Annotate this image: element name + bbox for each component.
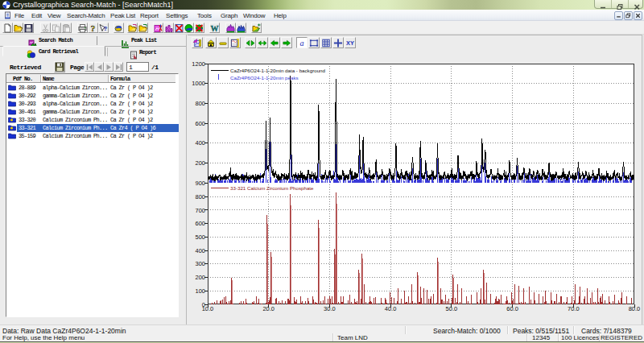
svg-text:600: 600	[195, 120, 205, 127]
svg-text:200: 200	[195, 159, 205, 167]
svg-text:1000: 1000	[192, 80, 205, 87]
svg-text:?: ?	[104, 24, 108, 31]
svg-text:30.0: 30.0	[324, 305, 336, 312]
svg-text:400: 400	[195, 139, 205, 147]
svg-text:50.0: 50.0	[446, 305, 458, 312]
svg-text:300: 300	[195, 260, 205, 267]
svg-text:33-321 Calcium Zirconium Phosp: 33-321 Calcium Zirconium Phosphate	[230, 185, 314, 191]
svg-text:800: 800	[195, 193, 205, 200]
svg-text:100: 100	[195, 287, 205, 295]
svg-text:80.0: 80.0	[629, 305, 641, 312]
svg-text:800: 800	[195, 100, 205, 107]
svg-text:700: 700	[195, 207, 205, 214]
svg-text:70.0: 70.0	[568, 305, 580, 312]
svg-text:400: 400	[195, 247, 205, 254]
svg-text:600: 600	[195, 220, 205, 227]
svg-text:20.0: 20.0	[262, 305, 275, 312]
svg-text:CaZr4P6O24-1-1-20min data - ba: CaZr4P6O24-1-1-20min data - background	[230, 68, 326, 73]
svg-text:?: ?	[91, 23, 96, 33]
svg-text:40.0: 40.0	[385, 305, 397, 312]
svg-text:10.0: 10.0	[202, 305, 214, 312]
svg-text:W: W	[211, 23, 219, 32]
svg-text:CaZr4P6O24-1-1-20min peaks: CaZr4P6O24-1-1-20min peaks	[230, 75, 299, 81]
svg-text:900: 900	[195, 180, 205, 187]
svg-text:1200: 1200	[192, 60, 205, 68]
svg-text:200: 200	[195, 274, 205, 281]
svg-text:60.0: 60.0	[506, 305, 518, 312]
svg-text:500: 500	[195, 233, 205, 241]
